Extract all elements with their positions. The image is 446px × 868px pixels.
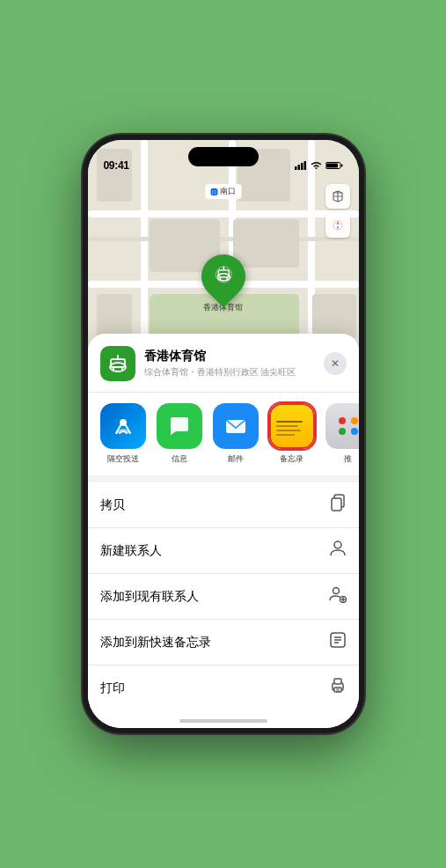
notes-line-4 — [276, 434, 296, 436]
svg-rect-43 — [334, 679, 341, 684]
menu-list: 拷贝 新建联系人 — [88, 482, 359, 710]
map-south-entrance-label: 口 南口 — [205, 184, 241, 199]
new-contact-icon — [329, 540, 347, 562]
map-controls — [325, 184, 350, 238]
map-type-button[interactable] — [325, 184, 350, 209]
menu-item-copy[interactable]: 拷贝 — [88, 482, 359, 528]
svg-point-29 — [339, 428, 346, 435]
copy-icon — [329, 494, 347, 516]
home-indicator — [179, 719, 267, 723]
svg-point-34 — [333, 588, 339, 594]
status-icons — [295, 161, 343, 172]
venue-name: 香港体育馆 — [144, 349, 315, 364]
svg-rect-3 — [303, 161, 306, 170]
copy-label: 拷贝 — [100, 497, 125, 513]
venue-info: 香港体育馆 综合体育馆・香港特别行政区 油尖旺区 — [144, 349, 315, 379]
svg-point-30 — [351, 428, 358, 435]
svg-rect-2 — [301, 163, 303, 170]
notes-line-2 — [276, 425, 298, 427]
more-icon — [325, 403, 359, 449]
add-existing-label: 添加到现有联系人 — [100, 589, 199, 605]
notes-line-3 — [276, 430, 302, 431]
signal-icon — [295, 161, 307, 172]
airdrop-label: 隔空投送 — [107, 453, 139, 465]
svg-rect-32 — [332, 498, 341, 511]
share-item-mail[interactable]: 邮件 — [213, 403, 259, 465]
print-icon — [329, 677, 347, 699]
share-item-messages[interactable]: 信息 — [157, 403, 202, 465]
airdrop-icon — [100, 403, 146, 449]
menu-item-add-notes[interactable]: 添加到新快速备忘录 — [88, 620, 359, 666]
messages-icon — [157, 403, 202, 449]
new-contact-label: 新建联系人 — [100, 543, 162, 559]
venue-header: 香港体育馆 综合体育馆・香港特别行政区 油尖旺区 ✕ — [88, 334, 359, 393]
svg-rect-5 — [340, 165, 342, 167]
venue-icon — [100, 346, 135, 381]
map-compass-button[interactable] — [325, 213, 350, 238]
notes-lines — [271, 414, 313, 439]
svg-marker-13 — [336, 226, 338, 230]
notes-icon — [269, 403, 315, 449]
add-notes-icon — [329, 631, 347, 653]
pin-inner-icon — [214, 265, 233, 289]
svg-point-33 — [334, 541, 341, 548]
phone-screen: 09:41 — [88, 140, 359, 728]
mail-icon — [213, 403, 259, 449]
svg-rect-6 — [326, 164, 338, 168]
menu-item-new-contact[interactable]: 新建联系人 — [88, 528, 359, 574]
share-item-airdrop[interactable]: 隔空投送 — [100, 403, 146, 465]
notes-label: 备忘录 — [280, 453, 303, 465]
location-pin: 香港体育馆 — [201, 254, 245, 313]
svg-rect-0 — [295, 166, 297, 170]
add-existing-icon — [329, 585, 347, 607]
battery-icon — [325, 161, 343, 172]
notes-line-1 — [276, 421, 303, 423]
venue-description: 综合体育馆・香港特别行政区 油尖旺区 — [144, 366, 315, 379]
add-notes-label: 添加到新快速备忘录 — [100, 635, 211, 651]
phone-frame: 09:41 — [83, 135, 364, 733]
svg-marker-12 — [336, 221, 338, 224]
map-label-text: 南口 — [220, 186, 236, 197]
share-row: 隔空投送 信息 — [88, 393, 359, 482]
dynamic-island — [188, 147, 259, 166]
menu-item-print[interactable]: 打印 — [88, 666, 359, 710]
share-item-notes[interactable]: 备忘录 — [269, 403, 315, 465]
svg-point-27 — [339, 417, 346, 424]
bottom-sheet: 香港体育馆 综合体育馆・香港特别行政区 油尖旺区 ✕ — [88, 334, 359, 728]
svg-rect-1 — [297, 165, 300, 170]
messages-label: 信息 — [172, 453, 187, 465]
share-item-more[interactable]: 推 — [325, 403, 359, 465]
status-time: 09:41 — [104, 159, 129, 172]
svg-point-28 — [351, 417, 358, 424]
more-label: 推 — [344, 453, 352, 465]
print-label: 打印 — [100, 680, 125, 696]
map-label-icon: 口 — [210, 188, 217, 195]
close-button[interactable]: ✕ — [324, 352, 347, 375]
pin-circle — [192, 246, 254, 308]
menu-item-add-existing[interactable]: 添加到现有联系人 — [88, 574, 359, 620]
mail-label: 邮件 — [228, 453, 244, 465]
wifi-icon — [311, 161, 322, 172]
